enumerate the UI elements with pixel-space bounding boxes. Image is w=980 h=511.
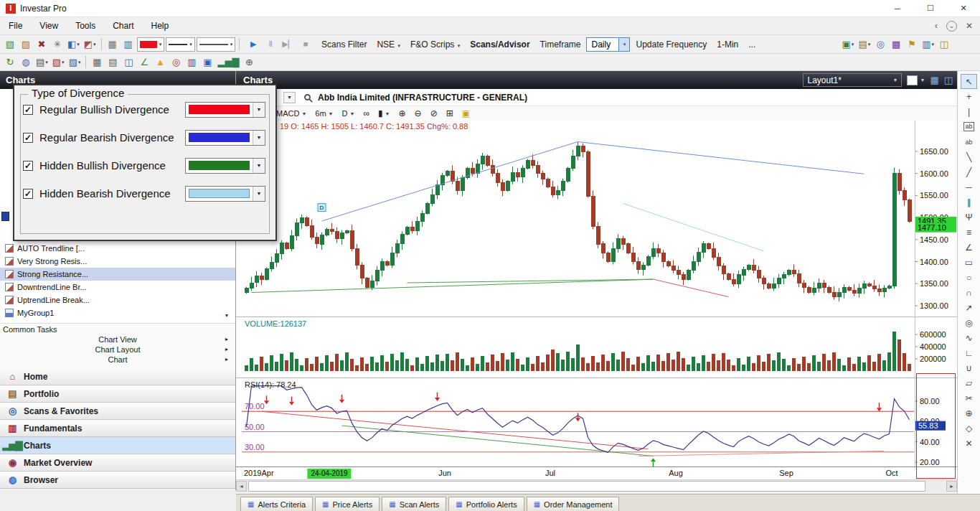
chart-canvas[interactable]: D1650.001600.001550.001500.001450.001400… — [236, 121, 957, 467]
list-item[interactable]: Very Strong Resis... — [0, 255, 235, 268]
save-icon[interactable]: ▣ — [200, 55, 215, 70]
divergence-checkbox-2[interactable]: ✓ — [23, 161, 33, 171]
delete-tool[interactable]: ✕ — [961, 436, 977, 451]
grid-2x2-icon[interactable]: ▦ — [90, 55, 104, 70]
indicator-dropdown[interactable]: ▤▾ — [34, 55, 50, 70]
sidebar-item-charts[interactable]: ▂▅▇Charts — [0, 437, 235, 454]
target-icon[interactable]: ◎ — [169, 55, 183, 70]
tab-alerts-criteria[interactable]: ▦Alerts Criteria — [240, 497, 313, 511]
vertical-line-tool[interactable]: | — [961, 104, 977, 119]
list-item[interactable]: MyGroup1 — [0, 306, 235, 319]
minimize-button[interactable]: ─ — [881, 0, 914, 17]
edit-scan-icon[interactable]: ▨ — [19, 37, 33, 52]
snapshot-icon[interactable]: ◫ — [937, 37, 951, 52]
fib-retracement-tool[interactable]: ≡ — [961, 225, 977, 240]
ellipse-tool[interactable]: ○ — [961, 270, 977, 285]
world-icon[interactable]: ◍ — [19, 55, 33, 70]
horizontal-line-tool[interactable]: ─ — [961, 179, 977, 194]
panel-dropdown-icon[interactable]: ⌄ — [946, 21, 957, 32]
range-select[interactable]: 6m▼ — [315, 109, 333, 118]
divergence-color-select[interactable]: ▼ — [185, 102, 265, 118]
zoom-in-tool[interactable]: ⊕ — [961, 405, 977, 421]
search-chart-icon[interactable]: ◎ — [873, 37, 887, 52]
snapshot-icon[interactable]: ▣ — [462, 108, 470, 118]
menu-item-file[interactable]: File — [0, 17, 31, 34]
auto-trendline-icon[interactable]: ∠ — [137, 55, 151, 70]
divergence-checkbox-3[interactable]: ✓ — [23, 189, 33, 199]
link-chart-icon[interactable]: ∞ — [363, 108, 369, 118]
sidebar-item-browser[interactable]: ◍Browser — [0, 472, 235, 489]
chart-type-dropdown[interactable]: ▮▼ — [378, 108, 390, 118]
tab-portfolio-alerts[interactable]: ▦Portfolio Alerts — [448, 497, 524, 511]
zoom-area-icon[interactable]: ⊞ — [446, 108, 453, 118]
price-label-tool[interactable]: ◎ — [961, 315, 977, 330]
pattern-icon[interactable]: ✳ — [50, 37, 65, 52]
period-select[interactable]: D▼ — [342, 109, 355, 118]
more-options-button[interactable]: ... — [744, 39, 760, 50]
chart-wizard-dropdown[interactable]: ◧▾ — [66, 37, 81, 52]
nse-dropdown[interactable]: NSE ▾ — [372, 39, 405, 50]
add-panel-dropdown[interactable]: ▤▾ — [857, 37, 872, 52]
divergence-checkbox-1[interactable]: ✓ — [23, 133, 33, 143]
indicator-select[interactable]: MACD▼ — [276, 109, 306, 118]
tools-icon[interactable]: ✖ — [34, 37, 49, 52]
refresh-icon[interactable]: ↻ — [3, 55, 17, 70]
fib-fan-tool[interactable]: ∠ — [961, 240, 977, 255]
task-link-chart-layout[interactable]: Chart Layout▸ — [0, 344, 235, 355]
zoom-chart-icon[interactable]: ⊕ — [242, 55, 256, 70]
close-button[interactable]: ✕ — [947, 0, 980, 17]
grid-layout-icon[interactable]: ▦ — [930, 75, 938, 85]
print-icon[interactable]: ▥ — [184, 55, 199, 70]
maximize-pane-icon[interactable]: ◫ — [944, 75, 953, 85]
list-item[interactable]: Strong Resistance... — [0, 268, 235, 281]
flag-icon[interactable]: ⚑ — [905, 37, 919, 52]
crosshair-tool[interactable]: + — [961, 89, 977, 104]
measure-tool[interactable]: ∟ — [961, 345, 977, 360]
panel-close-icon[interactable]: ✕ — [966, 21, 973, 31]
chart-h-scrollbar[interactable]: ◄ ► — [236, 479, 957, 492]
arrow-tool[interactable]: ↗ — [961, 300, 977, 315]
list-scroll-down-icon[interactable]: ▾ — [225, 312, 228, 319]
hand-tool[interactable]: ◇ — [961, 421, 977, 436]
sidebar-item-market-overview[interactable]: ◉Market Overview — [0, 454, 235, 472]
ray-tool[interactable]: ╱ — [961, 164, 977, 179]
list-item[interactable]: DowntrendLine Br... — [0, 281, 235, 294]
trendline-tool[interactable]: ╲ — [961, 149, 977, 164]
stop-button[interactable]: ■ — [298, 37, 313, 52]
nav-back-icon[interactable]: ‹ — [935, 21, 938, 31]
play-button[interactable]: ▶ — [246, 37, 260, 52]
data-table-icon[interactable]: ▦ — [105, 37, 120, 52]
template-dropdown[interactable]: ▨▾ — [67, 55, 83, 70]
scissors-tool[interactable]: ✂ — [961, 390, 977, 405]
sidebar-item-portfolio[interactable]: ▤Portfolio — [0, 385, 235, 403]
timeframe-select[interactable]: Daily ▾ — [586, 37, 630, 52]
pointer-tool[interactable]: ↖ — [961, 74, 977, 89]
search-icon[interactable] — [304, 94, 311, 100]
list-item[interactable]: UptrendLine Break... — [0, 294, 235, 306]
menu-item-help[interactable]: Help — [143, 17, 178, 34]
menu-item-view[interactable]: View — [31, 17, 67, 34]
tab-price-alerts[interactable]: ▦Price Alerts — [315, 497, 380, 511]
brush-tool[interactable]: ∿ — [961, 330, 977, 345]
magnet-tool[interactable]: ∪ — [961, 360, 977, 375]
sidebar-item-scans-favorites[interactable]: ◎Scans & Favorites — [0, 403, 235, 420]
layout-select[interactable]: Layout1* ▼ — [803, 73, 902, 87]
maximize-button[interactable]: ☐ — [914, 0, 947, 17]
sidebar-item-fundamentals[interactable]: ▥Fundamentals — [0, 420, 235, 437]
divergence-color-select[interactable]: ▼ — [185, 158, 265, 174]
list-item[interactable]: AUTO Trendline [... — [0, 242, 235, 255]
line-width-dropdown[interactable]: ▾ — [166, 37, 195, 52]
divergence-checkbox-0[interactable]: ✓ — [23, 105, 33, 115]
label-box-tool[interactable]: ab — [961, 119, 977, 134]
symbol-dropdown[interactable]: ▼ — [283, 92, 296, 103]
palette-dropdown[interactable]: ◩▾ — [83, 37, 98, 52]
arc-tool[interactable]: ∩ — [961, 285, 977, 300]
text-tool[interactable]: ab — [961, 134, 977, 149]
overlay-dropdown[interactable]: ▧▾ — [51, 55, 66, 70]
grid-color-icon[interactable]: ▩ — [889, 37, 903, 52]
tab-scan-alerts[interactable]: ▦Scan Alerts — [382, 497, 446, 511]
menu-item-chart[interactable]: Chart — [104, 17, 142, 34]
divergence-color-select[interactable]: ▼ — [185, 130, 265, 146]
eraser-tool[interactable]: ▱ — [961, 375, 977, 390]
scroll-left-button[interactable]: ◄ — [236, 481, 247, 492]
